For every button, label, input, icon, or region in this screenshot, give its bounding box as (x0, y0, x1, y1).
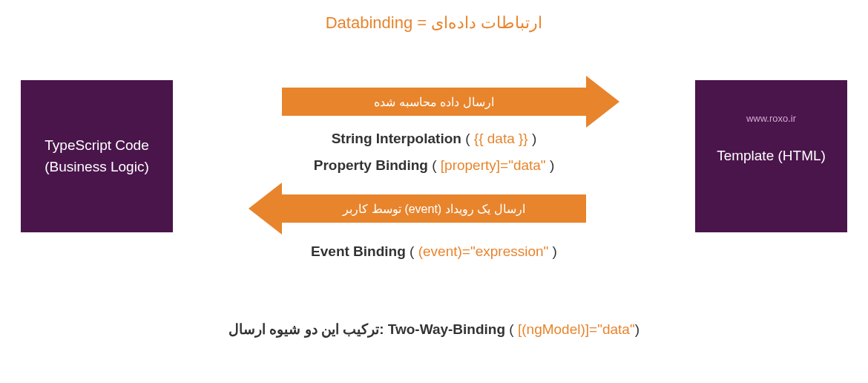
typescript-box-line2: (Business Logic) (45, 157, 148, 178)
paren-open: ( (406, 243, 418, 259)
paren-close: ) (548, 243, 557, 259)
property-binding-name: Property Binding (314, 157, 428, 173)
event-binding-name: Event Binding (311, 243, 406, 259)
property-binding-line: Property Binding ( [property]="data" ) (314, 157, 554, 174)
two-way-binding-code: [(ngModel)]="data" (518, 321, 635, 337)
template-box: www.roxo.ir Template (HTML) (695, 80, 847, 232)
arrow-event: ارسال یک رویداد (event) توسط کاربر (282, 194, 586, 223)
paren-close: ) (546, 157, 555, 173)
diagram-title: Databinding = ارتباطات داده‌ای (326, 13, 543, 33)
string-interpolation-name: String Interpolation (332, 131, 461, 146)
string-interpolation-line: String Interpolation ( {{ data }} ) (332, 131, 537, 147)
two-way-prefix: ترکیب این دو شیوه ارسال: (228, 321, 384, 337)
two-way-binding-line: ترکیب این دو شیوه ارسال: Two-Way-Binding… (228, 321, 640, 338)
two-way-binding-name: Two-Way-Binding (388, 321, 505, 337)
event-binding-code: (event)="expression" (418, 243, 549, 259)
arrow-left-label: ارسال یک رویداد (event) توسط کاربر (343, 202, 525, 216)
property-binding-code: [property]="data" (441, 157, 546, 173)
paren-close: ) (635, 321, 640, 337)
typescript-box-line1: TypeScript Code (45, 135, 148, 157)
paren-open: ( (461, 131, 474, 146)
arrow-right-label: ارسال داده محاسبه شده (374, 95, 493, 109)
arrow-output-data: ارسال داده محاسبه شده (282, 88, 586, 116)
typescript-box: TypeScript Code (Business Logic) (21, 80, 173, 232)
paren-close: ) (528, 131, 537, 146)
paren-open: ( (428, 157, 441, 173)
template-box-line1: Template (HTML) (717, 145, 826, 167)
paren-open: ( (505, 321, 518, 337)
event-binding-line: Event Binding ( (event)="expression" ) (311, 243, 557, 260)
string-interpolation-code: {{ data }} (474, 131, 528, 146)
watermark-text: www.roxo.ir (746, 111, 796, 126)
